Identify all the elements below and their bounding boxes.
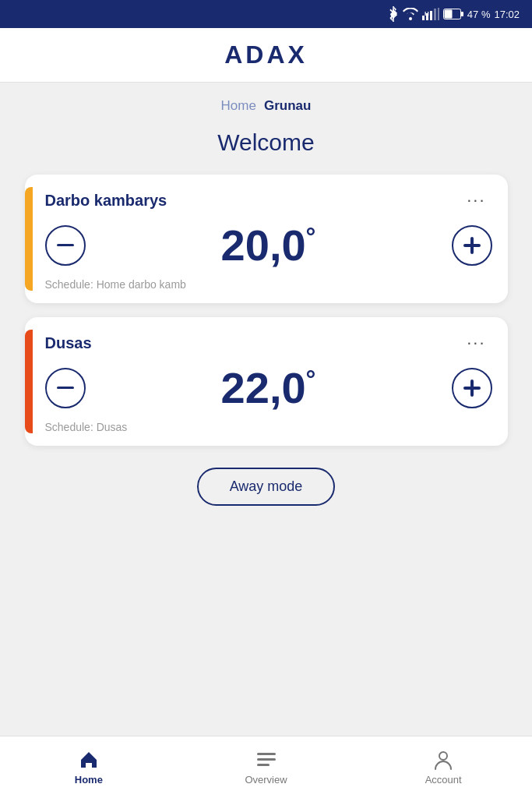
- temperature-display-1: 20,0°: [86, 220, 452, 270]
- svg-rect-13: [57, 387, 74, 389]
- card-menu-button-1[interactable]: ···: [460, 187, 491, 214]
- breadcrumb: Home Grunau: [221, 98, 312, 114]
- svg-rect-19: [257, 764, 270, 766]
- svg-rect-3: [430, 11, 432, 20]
- card-title-1: Darbo kambarys: [45, 192, 167, 210]
- card-controls-1: 20,0°: [45, 220, 492, 270]
- temperature-display-2: 22,0°: [86, 362, 452, 413]
- increase-temp-button-2[interactable]: [452, 368, 492, 408]
- svg-text:H: H: [425, 10, 429, 17]
- bluetooth-icon: [388, 6, 399, 22]
- app-logo: ADAX: [224, 41, 308, 69]
- card-header-row-1: Darbo kambarys ···: [45, 187, 492, 214]
- nav-label-account: Account: [425, 774, 462, 786]
- overview-icon: [255, 749, 277, 771]
- card-indicator-2: [25, 330, 33, 433]
- breadcrumb-home[interactable]: Home: [221, 98, 256, 114]
- device-card-1: Darbo kambarys ··· 20,0° Schedule: Home …: [25, 175, 508, 303]
- svg-rect-4: [434, 9, 436, 20]
- card-menu-button-2[interactable]: ···: [460, 330, 491, 356]
- bottom-navigation: Home Overview Account: [0, 736, 532, 798]
- svg-rect-8: [461, 12, 463, 16]
- app-header: ADAX: [0, 28, 532, 83]
- breadcrumb-current[interactable]: Grunau: [264, 98, 311, 114]
- home-icon: [78, 749, 100, 771]
- svg-point-20: [439, 752, 447, 760]
- welcome-heading: Welcome: [217, 129, 314, 156]
- svg-rect-15: [463, 387, 481, 390]
- card-indicator-1: [25, 187, 33, 291]
- nav-label-overview: Overview: [245, 774, 287, 786]
- main-content: Home Grunau Welcome Darbo kambarys ··· 2…: [0, 83, 532, 736]
- svg-rect-16: [86, 763, 92, 768]
- schedule-label-1: Schedule: Home darbo kamb: [45, 278, 492, 291]
- card-content-2: Dusas ··· 22,0° Schedule: Dusas: [45, 330, 492, 433]
- schedule-label-2: Schedule: Dusas: [45, 421, 492, 433]
- nav-item-account[interactable]: Account: [354, 749, 532, 786]
- battery-percent: 47 %: [467, 9, 491, 20]
- device-card-2: Dusas ··· 22,0° Schedule: Dusas: [25, 317, 508, 446]
- status-icons: H 47 % 17:02: [388, 6, 520, 22]
- svg-rect-12: [463, 244, 481, 247]
- card-header-row-2: Dusas ···: [45, 330, 492, 356]
- decrease-temp-button-2[interactable]: [45, 368, 86, 408]
- battery-icon: [443, 9, 463, 19]
- decrease-temp-button-1[interactable]: [45, 225, 86, 266]
- nav-item-overview[interactable]: Overview: [178, 749, 355, 786]
- nav-item-home[interactable]: Home: [0, 749, 178, 786]
- svg-rect-18: [257, 758, 276, 761]
- card-content-1: Darbo kambarys ··· 20,0° Schedule: Home …: [45, 187, 492, 291]
- svg-rect-17: [257, 753, 276, 755]
- status-bar: H 47 % 17:02: [0, 0, 532, 28]
- nav-label-home: Home: [75, 774, 103, 786]
- away-mode-button[interactable]: Away mode: [197, 468, 336, 506]
- time-display: 17:02: [494, 9, 520, 20]
- increase-temp-button-1[interactable]: [452, 225, 492, 266]
- account-icon: [432, 749, 454, 771]
- wifi-icon: [403, 8, 418, 20]
- svg-rect-10: [57, 244, 74, 246]
- svg-rect-9: [444, 10, 452, 19]
- card-title-2: Dusas: [45, 334, 92, 352]
- card-controls-2: 22,0°: [45, 362, 492, 413]
- svg-rect-5: [438, 8, 439, 20]
- signal-icon: H: [422, 8, 439, 20]
